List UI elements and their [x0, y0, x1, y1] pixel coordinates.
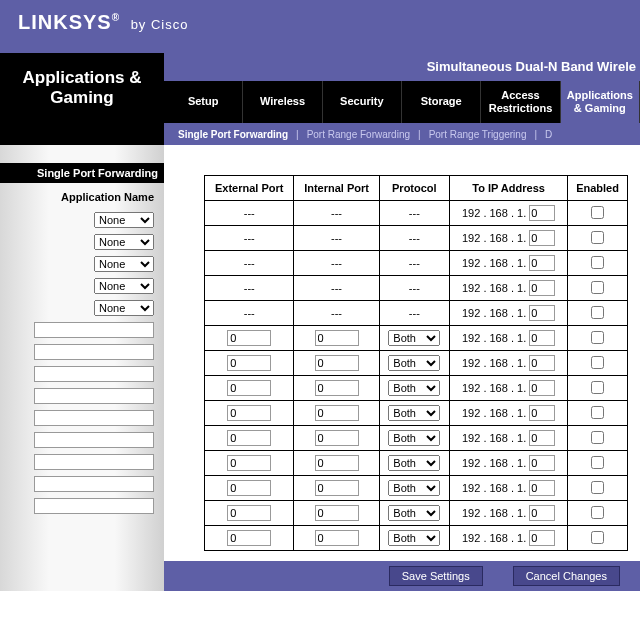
app-name-input[interactable] — [34, 366, 154, 382]
enabled-checkbox[interactable] — [591, 356, 604, 369]
ip-last-octet-input[interactable] — [529, 530, 555, 546]
ip-last-octet-input[interactable] — [529, 430, 555, 446]
internal-port-input[interactable] — [315, 405, 359, 421]
ip-last-octet-input[interactable] — [529, 330, 555, 346]
enabled-checkbox[interactable] — [591, 331, 604, 344]
app-name-input[interactable] — [34, 476, 154, 492]
external-port-input[interactable] — [227, 355, 271, 371]
enabled-checkbox[interactable] — [591, 456, 604, 469]
internal-port-input[interactable] — [315, 480, 359, 496]
enabled-checkbox[interactable] — [591, 256, 604, 269]
protocol-select[interactable]: Both — [388, 380, 440, 396]
app-preset-select[interactable]: None — [94, 212, 154, 228]
app-name-input[interactable] — [34, 344, 154, 360]
enabled-checkbox[interactable] — [591, 406, 604, 419]
app-name-input[interactable] — [34, 454, 154, 470]
external-port-input[interactable] — [227, 430, 271, 446]
external-port-input[interactable] — [227, 505, 271, 521]
ip-last-octet-input[interactable] — [529, 255, 555, 271]
external-port-input[interactable] — [227, 380, 271, 396]
external-port-input[interactable] — [227, 455, 271, 471]
ip-address-cell: 192 . 168 . 1. — [450, 326, 568, 351]
app-preset-select[interactable]: None — [94, 300, 154, 316]
ip-address-cell: 192 . 168 . 1. — [450, 251, 568, 276]
nav-tab-wireless[interactable]: Wireless — [243, 81, 322, 123]
sidebar-heading: Single Port Forwarding — [0, 163, 164, 183]
app-name-input[interactable] — [34, 432, 154, 448]
protocol-select[interactable]: Both — [388, 355, 440, 371]
table-row: Both192 . 168 . 1. — [205, 526, 628, 551]
subnav-port-range-forwarding[interactable]: Port Range Forwarding — [301, 129, 416, 140]
table-row: ---------192 . 168 . 1. — [205, 251, 628, 276]
internal-port-input[interactable] — [315, 455, 359, 471]
app-name-input[interactable] — [34, 410, 154, 426]
ip-last-octet-input[interactable] — [529, 380, 555, 396]
internal-port-input[interactable] — [315, 380, 359, 396]
ip-last-octet-input[interactable] — [529, 280, 555, 296]
enabled-checkbox[interactable] — [591, 206, 604, 219]
cancel-changes-button[interactable]: Cancel Changes — [513, 566, 620, 586]
protocol-select[interactable]: Both — [388, 330, 440, 346]
nav-tab-access-restrictions[interactable]: Access Restrictions — [481, 81, 560, 123]
enabled-checkbox[interactable] — [591, 306, 604, 319]
protocol-select[interactable]: Both — [388, 505, 440, 521]
ip-last-octet-input[interactable] — [529, 405, 555, 421]
ip-address-cell: 192 . 168 . 1. — [450, 476, 568, 501]
ip-last-octet-input[interactable] — [529, 455, 555, 471]
enabled-checkbox[interactable] — [591, 381, 604, 394]
app-preset-select[interactable]: None — [94, 278, 154, 294]
protocol-select[interactable]: Both — [388, 530, 440, 546]
table-row: Both192 . 168 . 1. — [205, 401, 628, 426]
external-port-input[interactable] — [227, 330, 271, 346]
column-header: Internal Port — [294, 176, 379, 201]
save-settings-button[interactable]: Save Settings — [389, 566, 483, 586]
ip-last-octet-input[interactable] — [529, 355, 555, 371]
nav-tab-setup[interactable]: Setup — [164, 81, 243, 123]
internal-port-input[interactable] — [315, 530, 359, 546]
enabled-checkbox[interactable] — [591, 231, 604, 244]
protocol-select[interactable]: Both — [388, 480, 440, 496]
subnav-d[interactable]: D — [539, 129, 558, 140]
subnav-port-range-triggering[interactable]: Port Range Triggering — [423, 129, 533, 140]
logo-text: LINKSYS® by Cisco — [18, 11, 188, 34]
ip-last-octet-input[interactable] — [529, 505, 555, 521]
internal-port-input[interactable] — [315, 505, 359, 521]
enabled-checkbox[interactable] — [591, 531, 604, 544]
column-header: To IP Address — [450, 176, 568, 201]
ip-address-cell: 192 . 168 . 1. — [450, 526, 568, 551]
nav-tab-applications-&-gaming[interactable]: Applications & Gaming — [561, 81, 640, 123]
nav-tab-storage[interactable]: Storage — [402, 81, 481, 123]
external-port-input[interactable] — [227, 405, 271, 421]
sub-nav: Single Port Forwarding | Port Range Forw… — [164, 123, 640, 145]
ip-last-octet-input[interactable] — [529, 205, 555, 221]
internal-port-input[interactable] — [315, 330, 359, 346]
internal-port-input[interactable] — [315, 355, 359, 371]
app-preset-select[interactable]: None — [94, 234, 154, 250]
enabled-checkbox[interactable] — [591, 431, 604, 444]
enabled-checkbox[interactable] — [591, 481, 604, 494]
app-name-input[interactable] — [34, 498, 154, 514]
ip-last-octet-input[interactable] — [529, 480, 555, 496]
ip-address-cell: 192 . 168 . 1. — [450, 501, 568, 526]
external-port-input[interactable] — [227, 530, 271, 546]
ip-last-octet-input[interactable] — [529, 230, 555, 246]
subnav-single-port-forwarding[interactable]: Single Port Forwarding — [172, 129, 294, 140]
table-row: ---------192 . 168 . 1. — [205, 301, 628, 326]
ip-last-octet-input[interactable] — [529, 305, 555, 321]
app-name-input[interactable] — [34, 388, 154, 404]
external-port-input[interactable] — [227, 480, 271, 496]
table-row: ---------192 . 168 . 1. — [205, 201, 628, 226]
enabled-checkbox[interactable] — [591, 281, 604, 294]
nav-tab-security[interactable]: Security — [323, 81, 402, 123]
ip-address-cell: 192 . 168 . 1. — [450, 301, 568, 326]
application-name-label: Application Name — [0, 191, 164, 209]
protocol-select[interactable]: Both — [388, 455, 440, 471]
port-forwarding-table: External PortInternal PortProtocolTo IP … — [204, 175, 628, 551]
enabled-checkbox[interactable] — [591, 506, 604, 519]
protocol-select[interactable]: Both — [388, 405, 440, 421]
protocol-select[interactable]: Both — [388, 430, 440, 446]
column-header: External Port — [205, 176, 294, 201]
internal-port-input[interactable] — [315, 430, 359, 446]
app-name-input[interactable] — [34, 322, 154, 338]
app-preset-select[interactable]: None — [94, 256, 154, 272]
